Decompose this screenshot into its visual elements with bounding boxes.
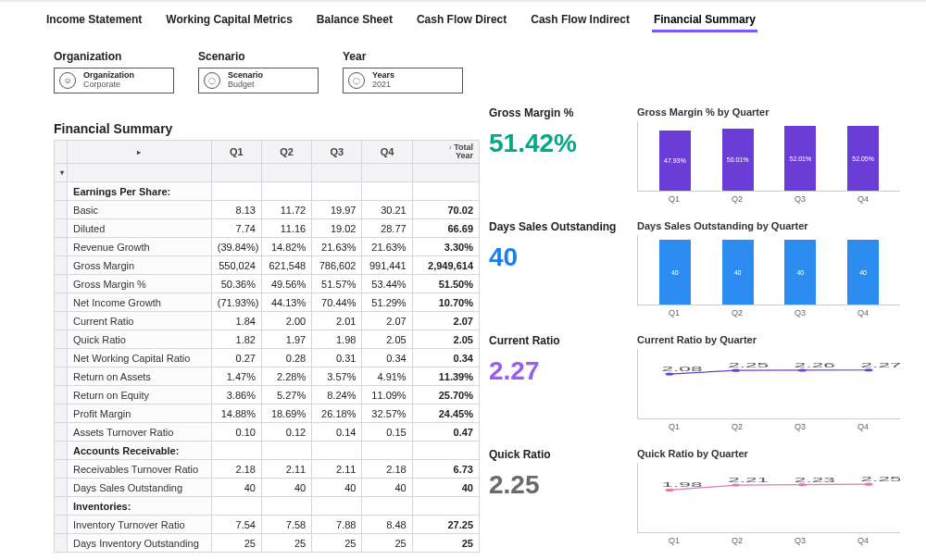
- cell: 7.88: [312, 516, 362, 534]
- filter-label: Scenario: [198, 50, 319, 63]
- metric-label: Current Ratio: [68, 312, 212, 330]
- left-panel: Financial Summary ▸Q1Q2Q3Q4› TotalYear▾ …: [54, 105, 480, 560]
- cell: (71.93%): [211, 293, 261, 312]
- xaxis-label: Q4: [857, 422, 869, 431]
- cell-total: 10.70%: [412, 293, 479, 312]
- cell: 1.97: [261, 330, 311, 349]
- kpi-row: Quick Ratio2.25Quick Ratio by Quarter1.9…: [489, 448, 900, 545]
- kpi-row: Days Sales Outstanding40Days Sales Outst…: [489, 220, 900, 317]
- table-row[interactable]: Net Working Capital Ratio0.270.280.310.3…: [55, 349, 480, 367]
- column-header[interactable]: Q1: [211, 141, 261, 164]
- chart-title: Current Ratio by Quarter: [637, 334, 900, 345]
- table-row[interactable]: Net Income Growth(71.93%)44.13%70.44%51.…: [55, 293, 480, 312]
- table-row[interactable]: Receivables Turnover Ratio2.182.112.112.…: [55, 460, 480, 479]
- table-row[interactable]: Profit Margin14.88%18.69%26.18%32.57%24.…: [55, 404, 480, 423]
- table-row[interactable]: Assets Turnover Ratio0.100.120.140.150.4…: [55, 423, 480, 442]
- table-row[interactable]: Revenue Growth(39.84%)14.82%21.63%21.63%…: [55, 238, 480, 256]
- metric-label: Basic: [68, 201, 212, 219]
- table-row[interactable]: Inventories:: [55, 497, 480, 516]
- xaxis-label: Q3: [795, 308, 806, 317]
- cell: 550,024: [211, 256, 261, 275]
- summary-table[interactable]: ▸Q1Q2Q3Q4› TotalYear▾ Earnings Per Share…: [54, 140, 480, 553]
- table-row[interactable]: Accounts Receivable:: [55, 442, 480, 460]
- cell: 1.84: [211, 312, 261, 330]
- cell-total: 25.70%: [412, 386, 479, 404]
- cell: 21.63%: [362, 238, 412, 256]
- metric-label: Revenue Growth: [68, 238, 212, 256]
- filter-text-line2: Budget: [228, 81, 263, 90]
- table-row[interactable]: Diluted7.7411.1619.0228.7766.69: [55, 219, 480, 238]
- column-header-total[interactable]: › TotalYear: [412, 141, 479, 164]
- kpi-value: 2.25: [489, 470, 628, 500]
- table-row[interactable]: Gross Margin %50.36%49.56%51.57%53.44%51…: [55, 275, 480, 293]
- org-icon: ☺: [59, 72, 76, 89]
- kpi-chart: Current Ratio by Quarter2.082.252.262.27…: [637, 334, 900, 431]
- cell: 7.58: [261, 516, 311, 534]
- column-header[interactable]: Q4: [362, 141, 412, 164]
- cell: 25: [362, 534, 412, 553]
- xaxis-label: Q4: [857, 308, 869, 317]
- cell-total: 27.25: [412, 516, 479, 534]
- cell-total: 70.02: [412, 201, 479, 219]
- tab-working-capital-metrics[interactable]: Working Capital Metrics: [164, 9, 294, 32]
- filter-scenario: Scenario ◌ Scenario Budget: [198, 50, 319, 93]
- xaxis-label: Q2: [732, 422, 743, 431]
- tab-balance-sheet[interactable]: Balance Sheet: [315, 9, 394, 32]
- svg-text:2.21: 2.21: [728, 476, 769, 484]
- year-icon: ◌: [348, 72, 365, 89]
- svg-text:2.08: 2.08: [661, 365, 702, 373]
- filter-text-line2: 2021: [372, 81, 394, 90]
- cell: 25: [312, 534, 362, 553]
- tab-cash-flow-direct[interactable]: Cash Flow Direct: [415, 9, 508, 32]
- metric-label: Days Inventory Outstanding: [68, 534, 212, 553]
- kpi-row: Gross Margin %51.42%Gross Margin % by Qu…: [489, 106, 900, 204]
- table-row[interactable]: Quick Ratio1.821.971.982.052.05: [55, 330, 480, 349]
- bar-label: 40: [859, 269, 867, 276]
- cell: 1.98: [312, 330, 362, 349]
- column-caret[interactable]: ▸: [68, 141, 212, 164]
- chart-xaxis: Q1Q2Q3Q4: [637, 536, 900, 545]
- bar: 40: [659, 240, 691, 305]
- cell-total: 66.69: [412, 219, 479, 238]
- table-row[interactable]: Gross Margin550,024621,548786,602991,441…: [55, 256, 480, 275]
- chart-title: Days Sales Outstanding by Quarter: [637, 220, 900, 231]
- bar-chart: 40404040: [637, 235, 900, 305]
- table-row[interactable]: Return on Equity3.86%5.27%8.24%11.09%25.…: [55, 386, 480, 404]
- metric-label: Assets Turnover Ratio: [68, 423, 212, 442]
- cell: 991,441: [362, 256, 412, 275]
- table-row[interactable]: Inventory Turnover Ratio7.547.587.888.48…: [55, 516, 480, 534]
- column-header[interactable]: Q2: [261, 141, 311, 164]
- table-row[interactable]: Earnings Per Share:: [55, 182, 480, 201]
- cell: 19.02: [312, 219, 362, 238]
- cell: 1.47%: [211, 367, 261, 386]
- column-header[interactable]: Q3: [312, 141, 362, 164]
- table-row[interactable]: Days Sales Outstanding4040404040: [55, 479, 480, 497]
- cell: 28.77: [362, 219, 412, 238]
- metric-label: Return on Assets: [68, 367, 212, 386]
- kpi-row: Current Ratio2.27Current Ratio by Quarte…: [489, 334, 900, 431]
- tab-income-statement[interactable]: Income Statement: [44, 9, 144, 32]
- line-chart: 2.082.252.262.27: [637, 349, 900, 419]
- xaxis-label: Q4: [857, 536, 869, 545]
- cell: 2.00: [261, 312, 311, 330]
- table-corner: [55, 141, 68, 164]
- filter-year-selector[interactable]: ◌ Years 2021: [343, 68, 463, 93]
- svg-text:2.27: 2.27: [861, 361, 900, 369]
- row-caret[interactable]: ▾: [55, 164, 68, 182]
- tab-financial-summary[interactable]: Financial Summary: [652, 9, 757, 32]
- table-row[interactable]: Return on Assets1.47%2.28%3.57%4.91%11.3…: [55, 367, 480, 386]
- filter-org-selector[interactable]: ☺ Organization Corporate: [54, 68, 174, 93]
- filters-row: Organization ☺ Organization Corporate Sc…: [0, 33, 926, 93]
- cell: 21.63%: [312, 238, 362, 256]
- cell: 11.16: [261, 219, 311, 238]
- filter-scenario-selector[interactable]: ◌ Scenario Budget: [198, 68, 319, 93]
- metric-label: Gross Margin: [68, 256, 212, 275]
- xaxis-label: Q2: [732, 308, 743, 317]
- table-row[interactable]: Basic8.1311.7219.9730.2170.02: [55, 201, 480, 219]
- table-row[interactable]: Days Inventory Outstanding2525252525: [55, 534, 480, 553]
- table-row[interactable]: Current Ratio1.842.002.012.072.07: [55, 312, 480, 330]
- bar-label: 40: [734, 269, 742, 276]
- bar-label: 52.01%: [790, 156, 812, 162]
- tab-cash-flow-indirect[interactable]: Cash Flow Indirect: [529, 9, 632, 32]
- filter-year: Year ◌ Years 2021: [343, 50, 463, 93]
